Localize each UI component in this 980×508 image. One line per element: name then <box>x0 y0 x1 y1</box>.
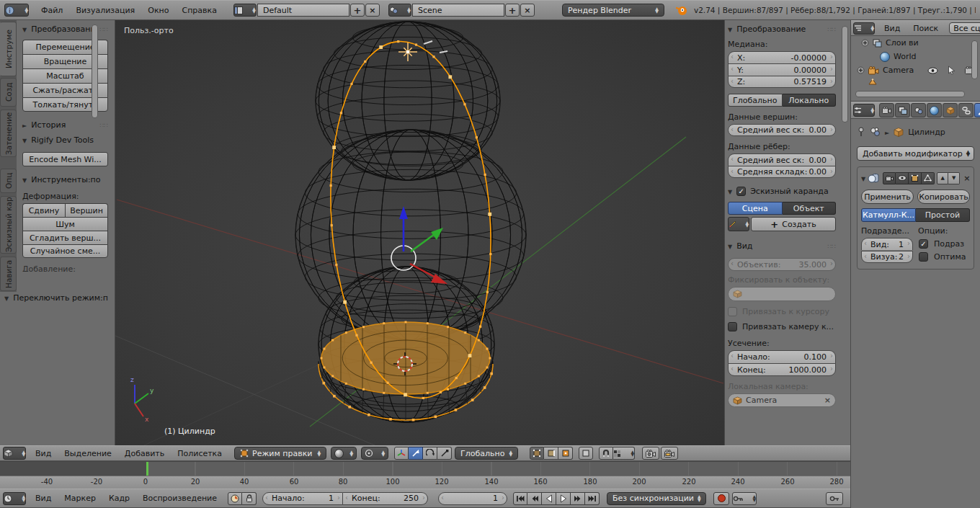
encode-mesh-button[interactable]: Encode Mesh Wi... <box>22 152 108 166</box>
tab-render[interactable] <box>879 103 894 117</box>
outliner-hscrollbar[interactable] <box>855 91 965 97</box>
outliner-row-renderlayers[interactable]: Слои ви <box>851 36 980 50</box>
lock-camera-checkbox[interactable] <box>728 322 737 331</box>
menu-help[interactable]: Справка <box>175 6 223 15</box>
gpencil-draw-mode-button[interactable] <box>728 217 749 231</box>
scale-manipulator-button[interactable] <box>437 447 452 460</box>
current-frame-field[interactable]: 1 <box>438 492 507 505</box>
modifier-render-toggle[interactable] <box>883 172 896 184</box>
menu-render[interactable]: Визуализация <box>69 6 141 15</box>
smooth-vertex-button[interactable]: Сгладить верш... <box>22 231 108 244</box>
panel-grip-icon[interactable] <box>100 122 108 129</box>
panel-header-history[interactable]: История <box>22 119 108 131</box>
subsurf-view-field[interactable]: Вид: 1 <box>861 238 913 250</box>
subdivide-uv-checkbox[interactable] <box>919 239 928 249</box>
play-button[interactable] <box>556 492 571 505</box>
gpencil-create-button[interactable]: Создать <box>751 217 836 231</box>
tab-options[interactable]: Опц <box>0 169 17 193</box>
panel-header-transform-n[interactable]: Преобразование <box>728 23 836 35</box>
keying-set-button[interactable] <box>732 492 757 505</box>
copy-modifier-button[interactable]: Копировать <box>917 190 970 204</box>
timeline-ruler[interactable]: -40 -20 0 20 40 60 80 100 120 140 160 18… <box>0 476 850 489</box>
clip-end-field[interactable]: Конец: 1000.000 <box>728 363 836 376</box>
tab-world[interactable] <box>927 103 942 117</box>
panel-header-redo[interactable]: Переключить режим:п <box>4 292 112 304</box>
editor-type-3dview-button[interactable] <box>3 447 26 460</box>
pivot-point-select[interactable] <box>361 447 388 460</box>
shear-button[interactable]: Сдвину <box>22 203 65 217</box>
jump-to-end-button[interactable] <box>585 492 600 505</box>
screen-delete-button[interactable] <box>365 4 380 17</box>
optimal-display-checkbox[interactable] <box>919 252 928 262</box>
median-z-field[interactable]: Z: 0.57519 <box>728 76 836 88</box>
tab-tools[interactable]: Инструме <box>0 22 17 76</box>
global-toggle-button[interactable]: Глобально <box>728 94 783 107</box>
menu-select[interactable]: Выделение <box>58 449 118 458</box>
menu-mesh[interactable]: Полисетка <box>171 449 228 458</box>
viewport-shading-select[interactable] <box>331 447 357 460</box>
clip-start-field[interactable]: Начало: 0.100 <box>728 350 836 363</box>
modifier-expand-icon[interactable] <box>861 174 865 183</box>
grease-pencil-checkbox[interactable] <box>736 187 746 196</box>
lock-frame-range-button[interactable] <box>242 492 257 505</box>
preview-range-button[interactable] <box>228 492 242 505</box>
menu-view[interactable]: Вид <box>29 449 58 458</box>
av-sync-select[interactable]: Без синхронизации <box>607 492 706 505</box>
subsurf-render-field[interactable]: Визуа: 2 <box>861 251 913 263</box>
menu-add[interactable]: Добавить <box>118 449 171 458</box>
simple-button[interactable]: Простой <box>916 208 970 222</box>
scene-delete-button[interactable] <box>520 4 535 17</box>
previous-keyframe-button[interactable] <box>527 492 542 505</box>
clear-camera-icon[interactable] <box>824 396 831 405</box>
menu-marker[interactable]: Маркер <box>58 494 102 503</box>
catmull-clark-button[interactable]: Катмулл-К... <box>861 208 916 222</box>
edge-weight-field[interactable]: Средний вес ск: 0.00 <box>728 153 836 166</box>
viewport-3d[interactable]: Польз.-орто (1) Цилиндр z y x <box>115 20 724 445</box>
modifier-delete-icon[interactable] <box>963 174 970 183</box>
outliner-vscrollbar[interactable] <box>971 40 978 79</box>
tab-navigation[interactable]: Навига <box>0 257 17 291</box>
panel-grip-icon[interactable] <box>100 26 108 33</box>
expand-icon[interactable] <box>861 39 869 47</box>
editor-type-timeline-button[interactable] <box>3 492 26 505</box>
occlude-geometry-button[interactable] <box>579 447 593 460</box>
current-frame-marker[interactable] <box>146 462 148 476</box>
translate-manipulator-button[interactable] <box>409 447 423 460</box>
menu-window[interactable]: Окно <box>141 6 175 15</box>
pin-icon[interactable] <box>857 127 865 137</box>
tab-object[interactable] <box>943 103 958 117</box>
move-up-icon[interactable]: ▲ <box>937 172 948 184</box>
gpencil-object-button[interactable]: Объект <box>783 202 837 215</box>
editor-type-info-button[interactable]: i <box>4 4 29 17</box>
auto-keyframe-button[interactable] <box>713 492 729 505</box>
screen-layout-button[interactable] <box>233 4 257 17</box>
tab-render-layers[interactable] <box>895 103 910 117</box>
snap-element-select[interactable] <box>613 447 635 460</box>
render-engine-select[interactable]: Рендер Blender <box>562 4 664 17</box>
menu-frame[interactable]: Кадр <box>102 494 136 503</box>
median-x-field[interactable]: X: -0.00000 <box>728 51 836 63</box>
edge-crease-field[interactable]: Средняя складк: 0.00 <box>728 166 836 178</box>
npanel-scrollbar[interactable] <box>842 26 848 122</box>
manipulator-toggle-button[interactable] <box>394 447 409 460</box>
restrict-select-cursor-icon[interactable] <box>948 66 956 75</box>
menu-search-outliner[interactable]: Поиск <box>906 24 945 33</box>
lens-field[interactable]: Объектив: 35.000 <box>728 258 836 271</box>
outliner-row-world[interactable]: World <box>851 50 980 63</box>
frame-start-field[interactable]: Начало: 1 <box>262 492 343 505</box>
lock-object-field[interactable] <box>728 287 836 301</box>
jump-to-start-button[interactable] <box>513 492 527 505</box>
modifier-cage-toggle[interactable] <box>922 172 935 184</box>
median-y-field[interactable]: Y: 0.00000 <box>728 63 836 76</box>
menu-playback[interactable]: Воспроизведение <box>136 494 223 503</box>
scene-browse-button[interactable] <box>388 4 411 17</box>
tab-grease-pencil[interactable]: Эскизный кар <box>0 196 17 254</box>
randomize-button[interactable]: Случайное сме... <box>22 244 108 258</box>
outliner-display-mode-select[interactable]: Все сц <box>949 22 980 34</box>
expand-icon[interactable] <box>857 66 865 74</box>
lock-cursor-checkbox[interactable] <box>728 307 737 316</box>
local-camera-field[interactable]: Camera <box>728 393 836 407</box>
mode-select[interactable]: Режим правки <box>234 447 326 460</box>
panel-header-grease-pencil[interactable]: Эскизный каранда <box>728 185 836 197</box>
rotate-manipulator-button[interactable] <box>423 447 437 460</box>
